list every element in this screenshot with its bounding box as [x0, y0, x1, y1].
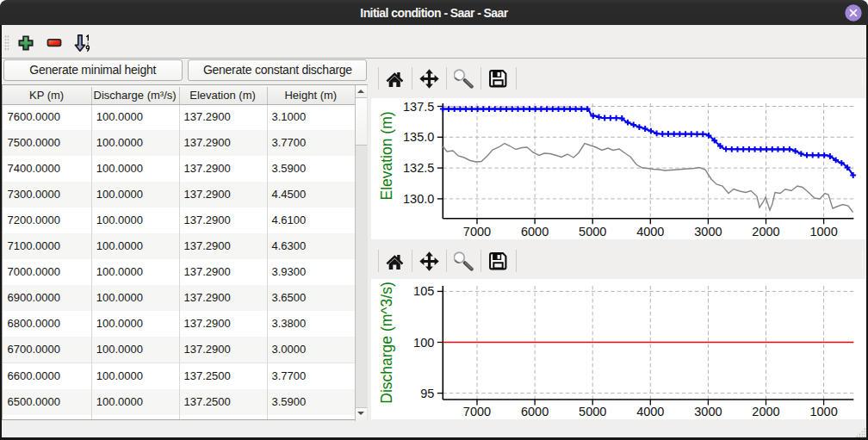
svg-text:4000: 4000	[636, 405, 664, 418]
svg-text:130.0: 130.0	[403, 192, 434, 206]
svg-text:5000: 5000	[579, 225, 606, 239]
svg-text:3000: 3000	[694, 405, 722, 418]
svg-text:135.0: 135.0	[403, 130, 434, 144]
svg-text:5000: 5000	[579, 405, 606, 418]
svg-text:95: 95	[420, 387, 434, 400]
svg-text:Discharge (m^3/s): Discharge (m^3/s)	[378, 282, 395, 403]
svg-text:132.5: 132.5	[403, 161, 434, 175]
svg-text:3000: 3000	[694, 225, 722, 239]
svg-text:100: 100	[413, 336, 434, 350]
svg-text:7000: 7000	[463, 225, 491, 239]
svg-text:2000: 2000	[752, 405, 779, 418]
svg-text:7000: 7000	[463, 405, 491, 418]
svg-text:Elevation (m): Elevation (m)	[378, 111, 395, 200]
svg-text:2000: 2000	[752, 225, 779, 239]
svg-text:6000: 6000	[521, 225, 549, 239]
svg-text:1000: 1000	[809, 405, 837, 418]
svg-text:137.5: 137.5	[403, 100, 434, 114]
svg-text:105: 105	[413, 284, 434, 298]
svg-text:1000: 1000	[809, 225, 837, 239]
svg-text:4000: 4000	[636, 225, 664, 239]
svg-text:6000: 6000	[521, 405, 549, 418]
